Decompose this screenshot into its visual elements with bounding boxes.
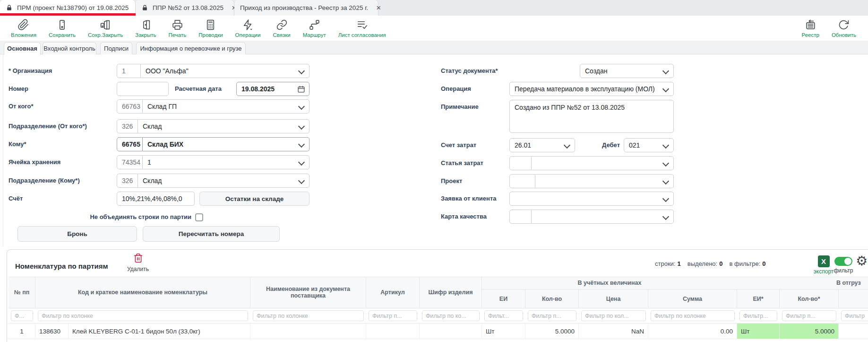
route-label: Маршрут: [303, 32, 326, 38]
save-button[interactable]: Сохранить: [43, 19, 82, 38]
refresh-button[interactable]: Обновить: [825, 19, 862, 38]
quality-card-label: Карта качества: [441, 210, 487, 224]
dept-to-code-field[interactable]: 326: [117, 174, 138, 188]
tab-input-control[interactable]: Входной контроль: [43, 42, 96, 54]
chevron-down-icon: [662, 213, 669, 220]
tab-main[interactable]: Основная: [4, 42, 41, 55]
note-textarea[interactable]: Создано из ППР №52 от 13.08.2025: [509, 100, 674, 133]
col-product-code[interactable]: Шифр изделия: [420, 277, 482, 307]
col-qty[interactable]: Кол-во: [525, 289, 579, 308]
filter-unit-ship-input[interactable]: [739, 310, 777, 321]
close-button[interactable]: Закрыть: [129, 19, 162, 38]
filter-toggle[interactable]: [834, 257, 852, 266]
cell-qty-ship: 5.0000: [780, 324, 839, 339]
operation-label: Операция: [441, 82, 471, 96]
stock-balance-button[interactable]: Остатки на складе: [199, 192, 309, 206]
approval-sheet-button[interactable]: Лист согласования: [332, 19, 392, 38]
tab-title: ППР №52 от 13.08.2025: [153, 4, 223, 11]
filter-supplier-name-input[interactable]: [253, 310, 364, 321]
from-select[interactable]: Склад ГП: [143, 99, 309, 114]
status-select[interactable]: Создан: [580, 64, 674, 78]
debit-label: Дебет: [586, 138, 620, 152]
org-select[interactable]: ООО "Альфа": [141, 64, 309, 78]
col-cut-off[interactable]: [839, 289, 868, 308]
col-code-name[interactable]: Код и краткое наименование номенклатуры: [35, 277, 250, 307]
tab-signatures[interactable]: Подписи: [100, 42, 132, 54]
col-article[interactable]: Артикул: [366, 277, 420, 307]
account-field[interactable]: 10%,21%,4%,08%,0: [117, 192, 195, 206]
cost-item-code-field[interactable]: [509, 156, 532, 170]
chevron-down-icon: [662, 142, 669, 149]
merge-checkbox[interactable]: [195, 213, 203, 221]
calc-date-field[interactable]: 19.08.2025: [236, 82, 309, 96]
filter-num-input[interactable]: [11, 310, 33, 321]
postings-button[interactable]: Проводки: [192, 19, 229, 38]
gear-icon[interactable]: ⚙: [856, 254, 868, 269]
print-button[interactable]: Печать: [163, 19, 193, 38]
filter-unit-input[interactable]: [484, 310, 523, 321]
filter-product-code-input[interactable]: [422, 310, 480, 321]
number-input[interactable]: [117, 82, 169, 96]
filter-qty-input[interactable]: [528, 310, 576, 321]
project-code-field[interactable]: [509, 174, 535, 188]
quality-card-code-field[interactable]: [509, 210, 532, 224]
window-tab-ppr[interactable]: ППР №52 от 13.08.2025 ×: [136, 0, 234, 16]
close-icon[interactable]: ×: [372, 4, 381, 12]
filter-qty-ship-input[interactable]: [782, 310, 836, 321]
dept-from-code-field[interactable]: 326: [117, 119, 138, 133]
grid-stats: строки:1 выделено:0 в фильтре:0: [655, 260, 766, 267]
filter-price-input[interactable]: [581, 310, 646, 321]
door-icon: [140, 19, 152, 31]
org-code-field[interactable]: 1: [117, 64, 141, 78]
table-row[interactable]: 1 138630 Клей KLEYBERG С-01-1 бидон 50л …: [9, 324, 868, 339]
debit-select[interactable]: 021: [624, 138, 674, 152]
storage-cell-code-field[interactable]: 74354: [117, 155, 143, 169]
filter-amount-input[interactable]: [651, 310, 735, 321]
dept-to-select[interactable]: Склад: [138, 174, 309, 188]
registry-button[interactable]: Реестр: [796, 19, 825, 38]
col-unit-ship[interactable]: ЕИ*: [737, 289, 780, 308]
rows-count: строки:1: [655, 260, 681, 267]
filter-article-input[interactable]: [369, 310, 417, 321]
from-code-field[interactable]: 66763: [117, 99, 143, 114]
operation-select[interactable]: Передача материалов в эксплуатацию (МОЛ): [509, 82, 674, 96]
to-label: Кому*: [9, 137, 26, 151]
col-qty-ship[interactable]: Кол-во*: [780, 289, 839, 308]
delete-row-button[interactable]: Удалить: [121, 253, 155, 272]
calculator-icon: [205, 19, 216, 31]
from-label: От кого*: [9, 99, 34, 114]
cost-item-select[interactable]: [532, 156, 674, 170]
filter-code-name-input[interactable]: [38, 310, 248, 321]
client-request-label: Заявка от клиента: [441, 192, 497, 206]
to-select[interactable]: Склад БИХ: [143, 137, 309, 151]
dept-to-label: Подразделение (Кому*): [9, 174, 80, 188]
route-button[interactable]: Маршрут: [297, 19, 332, 38]
calendar-icon[interactable]: [297, 85, 305, 93]
reserve-button[interactable]: Бронь: [17, 226, 137, 242]
operations-button[interactable]: Операции: [229, 19, 267, 38]
col-unit[interactable]: ЕИ: [482, 289, 525, 308]
col-supplier-name[interactable]: Наименование из документа поставщика: [250, 277, 366, 307]
tab-carrier-info[interactable]: Информация о перевозчике и грузе: [136, 42, 246, 54]
active-tab-underline-annotation: [0, 13, 136, 16]
note-label: Примечание: [441, 100, 479, 114]
client-request-select[interactable]: [509, 192, 674, 206]
window-tab-registry[interactable]: Приход из производства - Реестр за 2025 …: [234, 0, 378, 16]
save-close-button[interactable]: Сохр.Закрыть: [82, 19, 129, 38]
filter-cut-off-input[interactable]: [841, 310, 868, 321]
status-label: Статус документа*: [441, 64, 498, 78]
cost-account-select[interactable]: 26.01: [509, 138, 575, 152]
chevron-down-icon: [298, 177, 305, 184]
project-select[interactable]: [535, 174, 674, 188]
recalc-numbers-button[interactable]: Пересчитать номера: [143, 226, 280, 242]
links-button[interactable]: Связки: [266, 19, 296, 38]
to-code-field[interactable]: 66765: [117, 137, 143, 151]
col-amount[interactable]: Сумма: [648, 289, 737, 308]
col-price[interactable]: Цена: [579, 289, 648, 308]
col-num[interactable]: № пп: [9, 277, 35, 307]
print-label: Печать: [169, 32, 187, 38]
dept-from-select[interactable]: Склад: [138, 119, 309, 133]
storage-cell-select[interactable]: 1: [143, 155, 309, 169]
attachments-button[interactable]: Вложения: [5, 19, 43, 38]
quality-card-select[interactable]: [532, 210, 674, 224]
